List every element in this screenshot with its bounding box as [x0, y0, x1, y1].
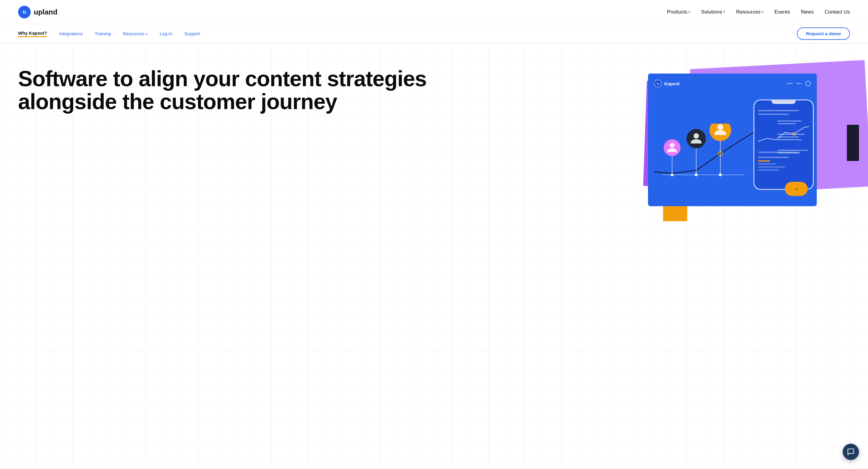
minimize-icon: [787, 83, 793, 84]
card-logo-icon: u: [654, 80, 662, 87]
top-navigation: u upland Products ▾ Solutions ▾ Resource…: [0, 0, 868, 24]
card-cta-button[interactable]: →: [785, 182, 808, 196]
sub-nav-resources[interactable]: Resources ▾: [123, 31, 148, 36]
card-title: Kapost: [664, 81, 680, 86]
sub-nav-why-kapost[interactable]: Why Kapost?: [18, 30, 47, 37]
phone-line-5: [758, 163, 776, 164]
chevron-down-icon: ▾: [762, 10, 764, 14]
r-line-1: [778, 121, 802, 122]
hero-illustration: u Kapost: [639, 64, 850, 215]
r-line-6: [778, 150, 808, 151]
logo-icon: u: [18, 6, 31, 19]
phone-line-1: [758, 110, 799, 111]
right-panel-lines: [778, 121, 808, 153]
svg-point-10: [670, 143, 675, 148]
sub-nav-integrations[interactable]: Integrations: [59, 31, 83, 36]
r-line-3: [778, 134, 805, 135]
logo-area[interactable]: u upland: [18, 6, 58, 19]
hero-right: u Kapost: [434, 61, 850, 215]
kapost-card: u Kapost: [648, 73, 817, 206]
chat-icon: [847, 448, 855, 456]
sub-navigation: Why Kapost? Integrations Training Resour…: [0, 24, 868, 43]
phone-notch: [772, 100, 796, 104]
chevron-down-icon: ▾: [146, 32, 148, 36]
sub-nav-links: Why Kapost? Integrations Training Resour…: [18, 30, 200, 37]
nav-news[interactable]: News: [801, 9, 814, 15]
top-nav-links: Products ▾ Solutions ▾ Resources ▾ Event…: [667, 9, 850, 15]
nav-events[interactable]: Events: [774, 9, 790, 15]
r-line-5: [778, 139, 802, 140]
hero-left: Software to align your content strategie…: [18, 61, 434, 113]
arrow-icon: →: [793, 185, 799, 192]
sub-nav-training[interactable]: Training: [95, 31, 111, 36]
nav-products[interactable]: Products ▾: [667, 9, 690, 15]
phone-line-4: [758, 157, 789, 158]
nav-contact[interactable]: Contact Us: [825, 9, 850, 15]
nav-resources[interactable]: Resources ▾: [736, 9, 764, 15]
phone-line-2: [758, 114, 789, 115]
sub-nav-login[interactable]: Log In: [160, 31, 173, 36]
dark-accent-bar: [847, 125, 859, 161]
phone-line-6: [758, 166, 785, 167]
phone-line-7: [758, 169, 779, 170]
minimize-icon2: [796, 83, 802, 84]
r-line-2: [778, 123, 796, 124]
request-demo-button[interactable]: Request a demo: [797, 27, 850, 40]
chat-widget[interactable]: [843, 444, 859, 460]
nav-solutions[interactable]: Solutions ▾: [701, 9, 725, 15]
brand-name: upland: [34, 8, 58, 16]
card-header-controls: [787, 81, 811, 86]
expand-icon: [805, 81, 811, 86]
orange-accent-bar: [758, 160, 770, 162]
chevron-down-icon: ▾: [688, 10, 690, 14]
card-content-area: →: [654, 96, 811, 199]
r-line-7: [778, 153, 800, 153]
hero-section: Software to align your content strategie…: [0, 43, 868, 469]
r-line-4: [778, 136, 799, 137]
card-header: u Kapost: [654, 80, 811, 87]
svg-point-12: [693, 133, 699, 139]
sub-nav-support[interactable]: Support: [184, 31, 200, 36]
hero-title: Software to align your content strategie…: [18, 67, 434, 113]
svg-point-14: [717, 124, 723, 130]
card-chart-svg: [654, 124, 753, 184]
chevron-down-icon: ▾: [723, 10, 725, 14]
